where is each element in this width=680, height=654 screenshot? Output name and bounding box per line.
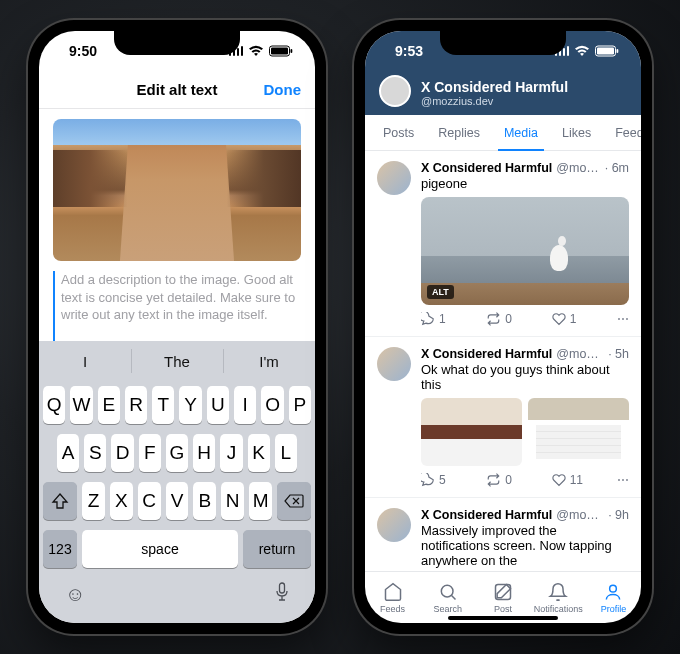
phone-alt-text: 9:50 Edit alt text Done Add a descriptio…: [28, 20, 326, 634]
emoji-icon[interactable]: ☺: [65, 583, 85, 606]
key-z[interactable]: Z: [82, 482, 105, 520]
tab-posts[interactable]: Posts: [371, 115, 426, 150]
tab-replies[interactable]: Replies: [426, 115, 492, 150]
alt-badge[interactable]: ALT: [427, 285, 454, 299]
repost-button[interactable]: 0: [486, 312, 551, 326]
svg-rect-2: [291, 49, 293, 53]
post-text: Massively improved the notifications scr…: [421, 523, 629, 568]
keyboard: I The I'm Q W E R T Y U I O P A S D F: [39, 341, 315, 623]
reply-button[interactable]: 1: [421, 312, 486, 326]
nav-notifications[interactable]: Notifications: [531, 582, 586, 614]
repost-button[interactable]: 0: [486, 473, 551, 487]
nav-post[interactable]: Post: [475, 582, 530, 614]
post-author: X Considered Harmful: [421, 347, 552, 361]
home-indicator[interactable]: [448, 616, 558, 620]
image-preview[interactable]: [53, 119, 301, 261]
key-a[interactable]: A: [57, 434, 79, 472]
notch: [114, 31, 240, 55]
keyboard-suggestions: I The I'm: [39, 341, 315, 381]
wifi-icon: [574, 45, 590, 57]
key-o[interactable]: O: [261, 386, 283, 424]
suggestion[interactable]: I'm: [223, 341, 315, 381]
key-k[interactable]: K: [248, 434, 270, 472]
modal-header: Edit alt text Done: [39, 71, 315, 109]
key-row: A S D F G H J K L: [39, 429, 315, 477]
tab-media[interactable]: Media: [492, 115, 550, 150]
svg-rect-6: [617, 49, 619, 53]
key-e[interactable]: E: [98, 386, 120, 424]
svg-point-9: [610, 585, 617, 592]
post-time: 6m: [612, 161, 629, 175]
svg-rect-1: [271, 48, 288, 55]
key-u[interactable]: U: [207, 386, 229, 424]
post-text: Ok what do you guys think about this: [421, 362, 629, 392]
suggestion[interactable]: I: [39, 341, 131, 381]
key-y[interactable]: Y: [179, 386, 201, 424]
numbers-key[interactable]: 123: [43, 530, 77, 568]
reply-button[interactable]: 5: [421, 473, 486, 487]
avatar[interactable]: [377, 508, 411, 542]
image-preview-wrap: [39, 109, 315, 271]
post-author: X Considered Harmful: [421, 508, 552, 522]
avatar[interactable]: [377, 347, 411, 381]
like-button[interactable]: 1: [552, 312, 617, 326]
post-time: 9h: [615, 508, 629, 522]
key-w[interactable]: W: [70, 386, 92, 424]
key-s[interactable]: S: [84, 434, 106, 472]
key-i[interactable]: I: [234, 386, 256, 424]
alt-text-input[interactable]: Add a description to the image. Good alt…: [53, 271, 301, 341]
svg-rect-3: [280, 583, 285, 593]
key-d[interactable]: D: [111, 434, 133, 472]
key-c[interactable]: C: [138, 482, 161, 520]
avatar[interactable]: [379, 75, 411, 107]
key-j[interactable]: J: [220, 434, 242, 472]
key-n[interactable]: N: [221, 482, 244, 520]
post-text: pigeone: [421, 176, 629, 191]
post-media[interactable]: ALT: [421, 197, 629, 305]
key-t[interactable]: T: [152, 386, 174, 424]
post-handle: @moz…: [556, 508, 604, 522]
return-key[interactable]: return: [243, 530, 311, 568]
key-m[interactable]: M: [249, 482, 272, 520]
keyboard-bottom-bar: ☺: [39, 573, 315, 615]
post-media-grid[interactable]: [421, 398, 629, 466]
post-handle: @mozz…: [556, 161, 600, 175]
mic-icon[interactable]: [275, 582, 289, 607]
backspace-key[interactable]: [277, 482, 311, 520]
key-r[interactable]: R: [125, 386, 147, 424]
post[interactable]: X Considered Harmful @moz… · 5h Ok what …: [365, 337, 641, 498]
battery-icon: [595, 45, 619, 57]
wifi-icon: [248, 45, 264, 57]
done-button[interactable]: Done: [264, 81, 302, 98]
suggestion[interactable]: The: [131, 341, 223, 381]
key-g[interactable]: G: [166, 434, 188, 472]
nav-profile[interactable]: Profile: [586, 582, 641, 614]
key-l[interactable]: L: [275, 434, 297, 472]
key-x[interactable]: X: [110, 482, 133, 520]
more-button[interactable]: ⋯: [617, 473, 629, 487]
avatar[interactable]: [377, 161, 411, 195]
profile-tabs: Posts Replies Media Likes Feeds: [365, 115, 641, 151]
space-key[interactable]: space: [82, 530, 238, 568]
key-p[interactable]: P: [289, 386, 311, 424]
nav-feeds[interactable]: Feeds: [365, 582, 420, 614]
post[interactable]: X Considered Harmful @moz… · 9h Massivel…: [365, 498, 641, 571]
shift-key[interactable]: [43, 482, 77, 520]
notch: [440, 31, 566, 55]
key-f[interactable]: F: [139, 434, 161, 472]
like-button[interactable]: 11: [552, 473, 617, 487]
svg-rect-5: [597, 48, 614, 55]
more-button[interactable]: ⋯: [617, 312, 629, 326]
key-b[interactable]: B: [193, 482, 216, 520]
post[interactable]: X Considered Harmful @mozz… · 6m pigeone…: [365, 151, 641, 337]
profile-name: X Considered Harmful: [421, 79, 568, 95]
feed: X Considered Harmful @mozz… · 6m pigeone…: [365, 151, 641, 571]
nav-search[interactable]: Search: [420, 582, 475, 614]
key-q[interactable]: Q: [43, 386, 65, 424]
key-v[interactable]: V: [166, 482, 189, 520]
battery-icon: [269, 45, 293, 57]
key-h[interactable]: H: [193, 434, 215, 472]
tab-feeds[interactable]: Feeds: [603, 115, 641, 150]
key-row: Z X C V B N M: [39, 477, 315, 525]
tab-likes[interactable]: Likes: [550, 115, 603, 150]
